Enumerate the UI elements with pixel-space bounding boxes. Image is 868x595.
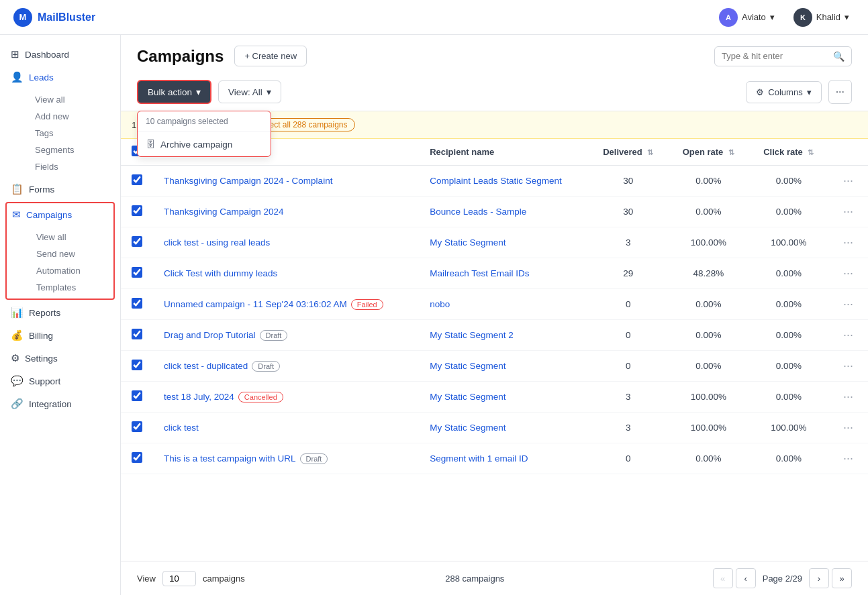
recipient-cell: Mailreach Test Email IDs	[419, 258, 588, 289]
click-rate-cell: 0.00%	[749, 320, 828, 351]
row-actions-cell: ···	[828, 443, 868, 474]
last-page-button[interactable]: »	[832, 568, 852, 588]
campaign-name-link[interactable]: click test	[164, 423, 199, 433]
row-checkbox-cell	[121, 351, 153, 382]
row-checkbox-cell	[121, 166, 153, 197]
row-more-button[interactable]: ···	[839, 358, 857, 374]
recipient-link[interactable]: Complaint Leads Static Segment	[430, 176, 562, 186]
row-actions-cell: ···	[828, 258, 868, 289]
prev-page-button[interactable]: ‹	[736, 568, 756, 588]
recipient-link[interactable]: Bounce Leads - Sample	[430, 207, 526, 217]
content: Campaigns + Create new 🔍 Bulk action ▾ 1…	[121, 35, 868, 595]
campaign-name-link[interactable]: Drag and Drop Tutorial	[164, 330, 256, 340]
row-checkbox[interactable]	[132, 298, 142, 309]
campaign-name-cell: Unnamed campaign - 11 Sep'24 03:16:02 AM…	[153, 289, 419, 320]
row-more-button[interactable]: ···	[839, 172, 857, 189]
campaign-name-link[interactable]: This is a test campaign with URL	[164, 453, 296, 464]
row-checkbox[interactable]	[132, 205, 142, 216]
create-new-button[interactable]: + Create new	[234, 46, 307, 66]
recipient-link[interactable]: My Static Segment	[430, 237, 505, 248]
row-more-button[interactable]: ···	[839, 234, 857, 251]
sidebar-item-integration[interactable]: 🔗 Integration	[0, 392, 120, 415]
row-checkbox[interactable]	[132, 360, 142, 370]
open-rate-cell: 0.00%	[668, 289, 749, 320]
recipient-link[interactable]: My Static Segment	[430, 361, 505, 371]
avatar-aviato: A	[719, 8, 738, 27]
sidebar-item-campaigns-automation[interactable]: Automation	[26, 262, 113, 279]
view-label: View	[137, 574, 156, 584]
row-checkbox[interactable]	[132, 267, 142, 278]
open-rate-cell: 100.00%	[668, 413, 749, 443]
delivered-cell: 0	[589, 443, 668, 474]
recipient-link[interactable]: nobo	[430, 299, 450, 309]
campaign-name-link[interactable]: Click Test with dummy leads	[164, 268, 277, 278]
columns-button[interactable]: ⚙ Columns ▾	[746, 81, 821, 103]
click-rate-cell: 100.00%	[749, 227, 828, 258]
row-checkbox[interactable]	[132, 174, 142, 185]
sidebar-item-support[interactable]: 💬 Support	[0, 370, 120, 392]
sidebar-sub-leads: View all Add new Tags Segments Fields	[0, 89, 120, 178]
sidebar-item-leads[interactable]: 👤 Leads	[0, 66, 120, 89]
recipient-link[interactable]: My Static Segment 2	[430, 330, 514, 340]
table-row: Unnamed campaign - 11 Sep'24 03:16:02 AM…	[121, 289, 868, 320]
row-more-button[interactable]: ···	[839, 388, 857, 405]
sidebar-item-reports[interactable]: 📊 Reports	[0, 301, 120, 324]
recipient-link[interactable]: My Static Segment	[430, 423, 505, 433]
user-aviato[interactable]: A Aviato ▾	[714, 5, 780, 30]
topnav: M MailBluster A Aviato ▾ K Khalid ▾	[0, 0, 868, 35]
sidebar-item-campaigns[interactable]: ✉ Campaigns	[7, 203, 113, 226]
row-more-button[interactable]: ···	[839, 419, 857, 436]
more-options-button[interactable]: ···	[828, 80, 852, 104]
search-input[interactable]	[722, 51, 829, 61]
view-filter-button[interactable]: View: All ▾	[218, 80, 281, 103]
row-checkbox[interactable]	[132, 329, 142, 339]
open-rate-cell: 100.00%	[668, 227, 749, 258]
campaign-name-link[interactable]: click test - using real leads	[164, 237, 270, 248]
sidebar-item-leads-view-all[interactable]: View all	[24, 91, 120, 108]
open-rate-cell: 48.28%	[668, 258, 749, 289]
row-more-button[interactable]: ···	[839, 296, 857, 313]
open-rate-cell: 0.00%	[668, 443, 749, 474]
bulk-action-button[interactable]: Bulk action ▾	[137, 80, 211, 104]
row-checkbox[interactable]	[132, 390, 142, 401]
user-khalid[interactable]: K Khalid ▾	[788, 5, 855, 30]
campaign-name-link[interactable]: Thanksgiving Campaign 2024	[164, 207, 284, 217]
campaign-name-link[interactable]: test 18 July, 2024	[164, 392, 234, 402]
row-more-button[interactable]: ···	[839, 327, 857, 343]
recipient-link[interactable]: Segment with 1 email ID	[430, 453, 528, 464]
sidebar-item-leads-add-new[interactable]: Add new	[24, 108, 120, 125]
bulk-action-dropdown: 10 campaigns selected 🗄 Archive campaign	[137, 111, 271, 157]
table-body: Thanksgiving Campaign 2024 - Complaint C…	[121, 166, 868, 474]
archive-campaign-item[interactable]: 🗄 Archive campaign	[138, 132, 271, 156]
sidebar-item-campaigns-send-new[interactable]: Send new	[26, 246, 113, 262]
logo-icon: M	[13, 8, 32, 27]
campaign-name-link[interactable]: Unnamed campaign - 11 Sep'24 03:16:02 AM	[164, 299, 347, 309]
row-checkbox[interactable]	[132, 452, 142, 463]
sidebar-item-campaigns-templates[interactable]: Templates	[26, 279, 113, 296]
row-more-button[interactable]: ···	[839, 203, 857, 220]
next-page-button[interactable]: ›	[809, 568, 829, 588]
campaigns-icon: ✉	[12, 209, 21, 221]
campaign-name-link[interactable]: click test - duplicated	[164, 361, 248, 371]
row-more-button[interactable]: ···	[839, 265, 857, 282]
sidebar-item-leads-fields[interactable]: Fields	[24, 158, 120, 175]
first-page-button[interactable]: «	[713, 568, 733, 588]
page-size-input[interactable]	[162, 571, 196, 586]
main-layout: ⊞ Dashboard 👤 Leads View all Add new Tag…	[0, 35, 868, 595]
sidebar-item-leads-segments[interactable]: Segments	[24, 142, 120, 158]
recipient-link[interactable]: Mailreach Test Email IDs	[430, 268, 529, 278]
sidebar-item-dashboard[interactable]: ⊞ Dashboard	[0, 43, 120, 66]
campaign-name-link[interactable]: Thanksgiving Campaign 2024 - Complaint	[164, 176, 332, 186]
sidebar-item-leads-tags[interactable]: Tags	[24, 125, 120, 142]
row-more-button[interactable]: ···	[839, 450, 857, 467]
recipient-cell: My Static Segment	[419, 227, 588, 258]
bulk-action-container: Bulk action ▾ 10 campaigns selected 🗄 Ar…	[137, 80, 211, 104]
row-checkbox[interactable]	[132, 421, 142, 432]
aviato-name: Aviato	[742, 12, 766, 22]
sidebar-item-forms[interactable]: 📋 Forms	[0, 178, 120, 201]
sidebar-item-campaigns-view-all[interactable]: View all	[26, 229, 113, 246]
sidebar-item-billing[interactable]: 💰 Billing	[0, 324, 120, 347]
recipient-link[interactable]: My Static Segment	[430, 392, 505, 402]
row-checkbox[interactable]	[132, 236, 142, 247]
sidebar-item-settings[interactable]: ⚙ Settings	[0, 347, 120, 370]
